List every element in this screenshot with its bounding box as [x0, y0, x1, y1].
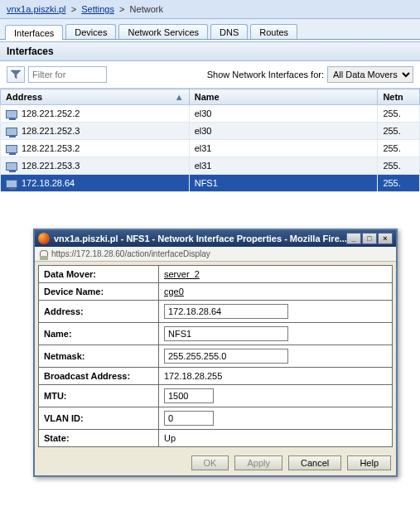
cell-name: el30 — [189, 123, 378, 140]
cell-address: 172.18.28.64 — [22, 178, 75, 188]
col-netm[interactable]: Netn — [378, 89, 420, 105]
cell-netm: 255. — [378, 140, 420, 157]
table-row[interactable]: 128.221.253.2el31255. — [1, 140, 420, 157]
cell-address: 128.221.252.3 — [22, 126, 80, 136]
cell-address: 128.221.253.2 — [22, 143, 80, 153]
tab-dns[interactable]: DNS — [210, 24, 248, 39]
table-row[interactable]: 128.221.252.3el30255. — [1, 123, 420, 140]
tab-network-services[interactable]: Network Services — [118, 24, 208, 39]
table-row[interactable]: 172.18.28.64NFS1255. — [1, 175, 420, 192]
interface-icon — [6, 145, 17, 153]
filter-row: Show Network Interfaces for: All Data Mo… — [0, 61, 420, 89]
cell-netm: 255. — [378, 175, 420, 192]
cell-netm: 255. — [378, 123, 420, 140]
tab-bar: Interfaces Devices Network Services DNS … — [0, 19, 420, 40]
interfaces-table: Address▲ Name Netn 128.221.252.2el30255.… — [0, 89, 420, 192]
filter-label: Show Network Interfaces for: — [207, 70, 324, 80]
section-title: Interfaces — [0, 41, 420, 61]
cell-address: 128.221.253.3 — [22, 161, 80, 171]
table-row[interactable]: 128.221.253.3el31255. — [1, 157, 420, 175]
cell-netm: 255. — [378, 105, 420, 123]
tab-devices[interactable]: Devices — [65, 24, 116, 39]
interface-icon — [6, 110, 17, 118]
col-address[interactable]: Address▲ — [1, 89, 190, 105]
cell-name: el30 — [189, 105, 378, 123]
cell-name: NFS1 — [189, 175, 378, 192]
cell-address: 128.221.252.2 — [22, 108, 80, 118]
tab-interfaces[interactable]: Interfaces — [5, 25, 63, 40]
cell-name: el31 — [189, 157, 378, 175]
cell-netm: 255. — [378, 157, 420, 175]
funnel-icon — [11, 70, 21, 80]
filter-select[interactable]: All Data Movers — [327, 66, 413, 83]
interface-icon — [6, 180, 17, 188]
interface-icon — [6, 128, 17, 136]
breadcrumb-settings[interactable]: Settings — [81, 4, 114, 14]
col-name[interactable]: Name — [189, 89, 378, 105]
interface-icon — [6, 162, 17, 171]
tab-routes[interactable]: Routes — [250, 24, 297, 39]
table-row[interactable]: 128.221.252.2el30255. — [1, 105, 420, 123]
breadcrumb-current: Network — [130, 4, 163, 14]
filter-icon-button[interactable] — [7, 66, 25, 83]
cell-name: el31 — [189, 140, 378, 157]
breadcrumb: vnx1a.piszki.pl > Settings > Network — [0, 0, 420, 19]
filter-input[interactable] — [28, 66, 107, 83]
breadcrumb-host[interactable]: vnx1a.piszki.pl — [7, 4, 66, 14]
